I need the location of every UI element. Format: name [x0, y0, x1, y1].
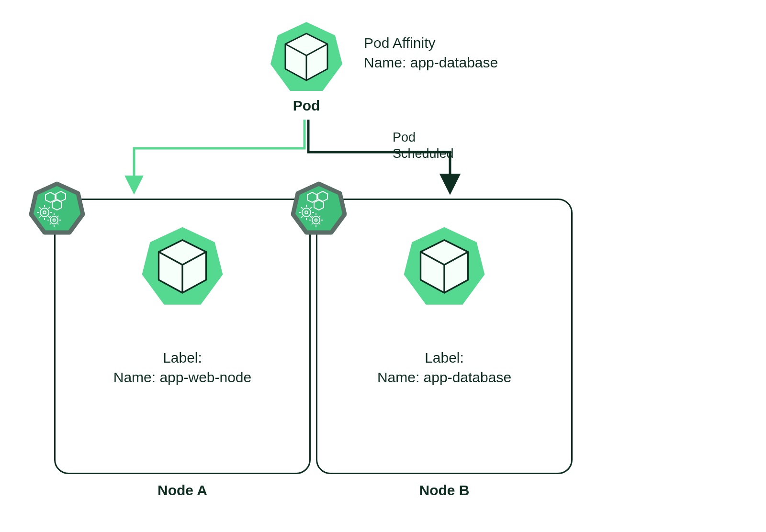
node-a-label-value: Name: app-web-node	[56, 368, 309, 388]
node-icon	[29, 181, 85, 236]
affinity-text: Pod Affinity Name: app-database	[364, 33, 565, 72]
node-a-title: Node A	[56, 482, 309, 499]
scheduled-line1: Pod	[393, 130, 498, 146]
affinity-line1: Pod Affinity	[364, 33, 565, 53]
node-b-label-heading: Label:	[317, 348, 571, 368]
node-a-card: Label: Name: app-web-node Node A	[54, 199, 311, 474]
pod-icon	[401, 224, 487, 310]
arrow-to-node-a	[134, 120, 304, 191]
node-icon	[291, 181, 347, 236]
node-b-label-value: Name: app-database	[317, 368, 571, 388]
node-a-label-heading: Label:	[56, 348, 309, 368]
node-b-label-block: Label: Name: app-database	[317, 348, 571, 387]
node-b-card: Label: Name: app-database Node B	[316, 199, 573, 474]
diagram-stage: Pod Pod Affinity Name: app-database Pod …	[0, 0, 766, 532]
pod-icon	[268, 19, 345, 96]
scheduled-line2: Scheduled	[393, 146, 498, 162]
node-a-label-block: Label: Name: app-web-node	[56, 348, 309, 387]
top-pod: Pod	[268, 19, 345, 115]
top-pod-label: Pod	[268, 98, 345, 114]
node-b-title: Node B	[317, 482, 571, 499]
affinity-line2: Name: app-database	[364, 53, 565, 73]
edge-scheduled-label: Pod Scheduled	[393, 130, 498, 162]
svg-marker-3	[31, 184, 83, 233]
pod-icon	[139, 224, 225, 310]
svg-marker-14	[293, 184, 345, 233]
